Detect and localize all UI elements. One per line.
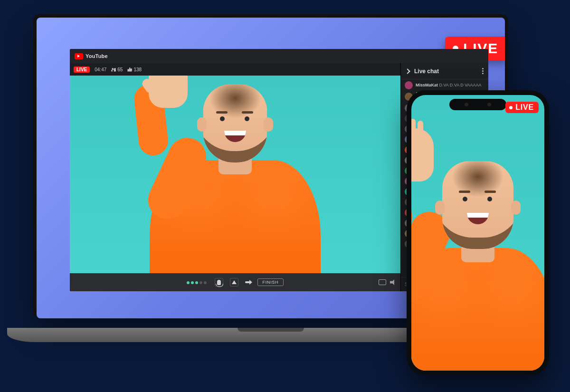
chat-header: Live chat	[401, 63, 488, 79]
share-icon	[232, 280, 237, 284]
chat-menu-button[interactable]	[482, 68, 484, 74]
app-titlebar: YouTube	[70, 49, 488, 63]
stream-stats-bar: LIVE 04:47 65 138	[70, 63, 400, 76]
phone-device: LIVE	[407, 90, 549, 375]
viewers-icon	[111, 67, 116, 72]
mic-toggle-button[interactable]	[215, 278, 223, 287]
presenter-figure	[411, 96, 544, 371]
video-viewport[interactable]	[70, 76, 400, 273]
avatar	[405, 81, 413, 89]
video-column: LIVE 04:47 65 138	[70, 63, 400, 291]
viewer-count-value: 65	[117, 67, 123, 72]
thumbs-up-icon	[127, 67, 132, 72]
youtube-logo: YouTube	[75, 53, 108, 59]
youtube-play-icon	[75, 53, 83, 59]
screen-share-button[interactable]	[230, 278, 238, 287]
like-count: 138	[127, 67, 142, 72]
viewer-count: 65	[111, 67, 123, 72]
mic-icon	[217, 280, 221, 285]
chevron-right-icon[interactable]	[405, 68, 410, 74]
chat-title: Live chat	[414, 68, 439, 75]
phone-screen[interactable]: LIVE	[411, 95, 544, 371]
forward-icon[interactable]	[245, 280, 251, 285]
like-count-value: 138	[133, 67, 142, 72]
elapsed-time: 04:47	[95, 67, 106, 72]
stream-control-bar: FINISH	[70, 273, 400, 291]
finish-button[interactable]: FINISH	[257, 278, 284, 286]
live-pill: LIVE	[74, 67, 90, 73]
youtube-brand-text: YouTube	[86, 53, 108, 59]
layout-icon[interactable]	[379, 279, 386, 285]
presenter-figure	[140, 76, 330, 273]
connection-dots-icon	[187, 280, 208, 285]
chat-message: MissMaKat D.VA D.VA D VAAAAA	[405, 81, 484, 89]
chat-message-text: MissMaKat D.VA D.VA D VAAAAA	[416, 83, 482, 87]
speaker-icon[interactable]	[390, 279, 396, 285]
